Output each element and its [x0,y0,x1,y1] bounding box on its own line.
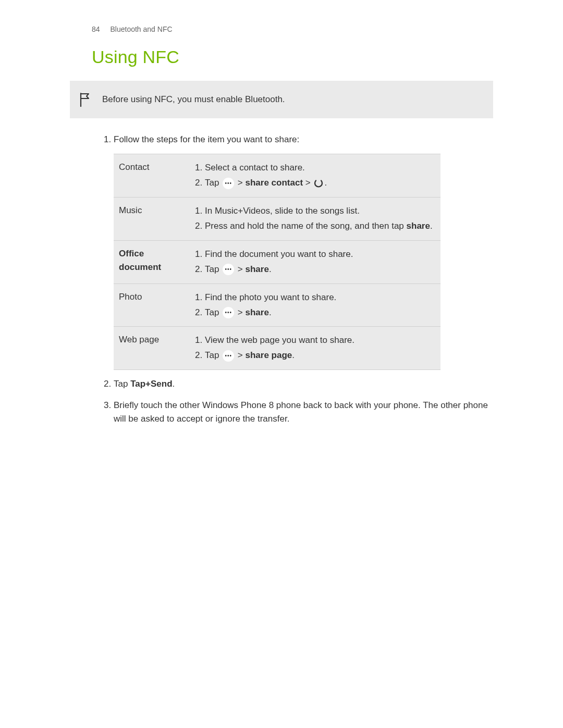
row-label: Web page [114,327,188,370]
table-row: Contact Select a contact to share. Tap >… [114,154,440,198]
list-item: In Music+Videos, slide to the songs list… [205,204,435,219]
more-dots-icon [223,178,234,189]
text: . [292,350,295,360]
list-item: View the web page you want to share. [205,333,435,348]
row-steps: In Music+Videos, slide to the songs list… [188,198,440,241]
table-row: Office document Find the document you wa… [114,240,440,283]
text: > [235,178,245,188]
row-steps: Find the document you want to share. Tap… [188,240,440,283]
row-label: Photo [114,283,188,327]
more-dots-icon [223,264,234,275]
share-table: Contact Select a contact to share. Tap >… [114,154,440,370]
text: Tap [205,178,222,188]
list-item: Press and hold the name of the song, and… [205,219,435,234]
share-label: share [407,221,430,231]
list-item: Tap > share contact > . [205,176,435,191]
text: Tap [205,350,222,360]
share-label: share [246,264,269,274]
text: . [324,178,327,188]
note-text: Before using NFC, you must enable Blueto… [102,94,285,105]
step-2: Tap Tap+Send. [114,377,493,391]
main-steps-list: Follow the steps for the item you want t… [101,133,493,426]
list-item: Tap > share page. [205,348,435,363]
row-label: Contact [114,154,188,198]
tap-send-label: Tap+Send [130,379,172,389]
list-item: Find the photo you want to share. [205,290,435,305]
page-header: 84 Bluetooth and NFC [0,0,563,33]
circle-outline-icon [314,179,323,188]
row-label: Office document [114,240,188,283]
share-page-label: share page [246,350,292,360]
text: . [269,307,272,317]
share-contact-label: share contact [246,178,303,188]
list-item: Tap > share. [205,262,435,277]
text: > [303,178,313,188]
list-item: Find the document you want to share. [205,247,435,262]
text: > [235,350,245,360]
text: Tap [205,264,222,274]
more-dots-icon [223,350,234,362]
text: Tap [114,379,130,389]
page-number: 84 [92,25,100,33]
step-1: Follow the steps for the item you want t… [114,133,493,370]
breadcrumb: Bluetooth and NFC [110,25,172,33]
text: > [235,264,245,274]
list-item: Select a contact to share. [205,161,435,176]
list-item: Tap > share. [205,305,435,320]
row-steps: Select a contact to share. Tap > share c… [188,154,440,198]
step-3: Briefly touch the other Windows Phone 8 … [114,399,493,426]
text: > [235,307,245,317]
text: . [430,221,433,231]
row-label: Music [114,198,188,241]
step-1-text: Follow the steps for the item you want t… [114,134,299,144]
text: . [269,264,272,274]
text: . [173,379,175,389]
table-row: Web page View the web page you want to s… [114,327,440,370]
row-steps: View the web page you want to share. Tap… [188,327,440,370]
flag-icon [79,92,91,107]
more-dots-icon [223,307,234,318]
text: Press and hold the name of the song, and… [205,221,407,231]
text: Tap [205,307,222,317]
note-box: Before using NFC, you must enable Blueto… [70,81,493,118]
table-row: Music In Music+Videos, slide to the song… [114,198,440,241]
page-title: Using NFC [92,47,563,67]
row-steps: Find the photo you want to share. Tap > … [188,283,440,327]
share-label: share [246,307,269,317]
table-row: Photo Find the photo you want to share. … [114,283,440,327]
